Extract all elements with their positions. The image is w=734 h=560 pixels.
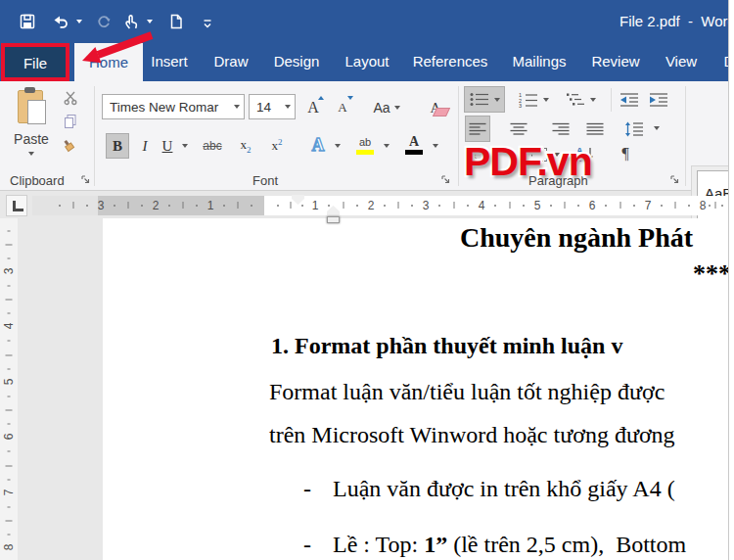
bullets-icon — [470, 92, 489, 107]
line-spacing-chevron-icon[interactable] — [654, 126, 660, 130]
left-tab-stop-icon — [13, 201, 23, 211]
clipboard-group-label: Clipboard — [10, 173, 65, 188]
multilevel-list-icon — [567, 92, 586, 107]
italic-button[interactable]: I — [135, 133, 155, 159]
font-size-value: 14 — [256, 100, 285, 115]
font-color-chevron-icon[interactable] — [433, 144, 438, 148]
superscript-button[interactable]: x2 — [264, 133, 290, 159]
line-spacing-icon — [624, 121, 644, 137]
numbering-chevron-icon — [543, 98, 549, 102]
undo-dropdown-chevron-icon[interactable] — [76, 20, 82, 23]
cut-button[interactable] — [61, 88, 80, 108]
change-case-chevron-icon — [394, 106, 400, 110]
bullets-chevron-icon — [494, 98, 500, 102]
svg-text:3: 3 — [519, 103, 522, 108]
tab-view[interactable]: View — [665, 53, 697, 70]
cut-scissors-icon — [63, 90, 78, 106]
underline-chevron-icon[interactable] — [182, 144, 188, 148]
tab-design[interactable]: Design — [274, 53, 320, 70]
horizontal-ruler[interactable]: 32112345678 — [0, 196, 728, 215]
font-color-button[interactable]: A — [401, 131, 427, 159]
tab-stop-selector[interactable] — [6, 195, 27, 216]
font-size-chevron-icon — [285, 105, 291, 109]
grow-font-icon: A — [307, 99, 319, 117]
group-separator — [94, 86, 95, 186]
window-title: File 2.pdf - Word — [619, 13, 734, 29]
window-right-edge — [728, 0, 734, 560]
copy-button[interactable] — [61, 112, 80, 131]
clipboard-dialog-launcher[interactable] — [80, 174, 92, 186]
touch-mode-dropdown-chevron-icon[interactable] — [147, 20, 153, 23]
bullets-button[interactable] — [464, 86, 505, 113]
vertical-ruler[interactable]: 345678 — [0, 218, 18, 560]
left-indent-marker[interactable] — [327, 216, 340, 223]
multilevel-list-button[interactable] — [560, 86, 603, 113]
paste-clipboard-icon — [17, 87, 46, 126]
align-right-icon — [552, 122, 570, 136]
eraser-icon — [433, 108, 450, 117]
paragraph-dialog-launcher[interactable] — [669, 174, 681, 186]
strikethrough-button[interactable]: abc — [198, 133, 227, 159]
text-effects-chevron-icon[interactable] — [335, 144, 341, 148]
tab-layout[interactable]: Layout — [344, 53, 389, 70]
underline-button[interactable]: U — [157, 133, 178, 159]
numbering-icon: 1 2 3 — [519, 92, 538, 108]
justify-icon — [586, 122, 604, 136]
underline-icon: U — [162, 138, 173, 155]
subscript-button[interactable]: x2 — [233, 133, 258, 159]
line-spacing-button[interactable] — [620, 116, 648, 142]
text-effects-icon: A — [312, 135, 325, 156]
show-hide-button[interactable]: ¶ — [615, 142, 636, 165]
font-group-label: Font — [252, 173, 278, 188]
document-page[interactable]: Chuyên ngành Phát *** 1. Format phần thu… — [103, 218, 728, 560]
format-painter-button[interactable] — [59, 136, 80, 158]
change-case-button[interactable]: Aa — [366, 96, 407, 119]
font-color-icon: A — [409, 135, 419, 149]
align-left-icon — [469, 122, 486, 136]
grow-font-button[interactable]: A — [301, 96, 325, 119]
align-left-button[interactable] — [465, 116, 490, 142]
doc-stars: *** — [693, 260, 728, 289]
font-name-combo[interactable]: Times New Romar — [102, 94, 245, 119]
group-separator — [458, 86, 459, 186]
highlight-icon: ab — [359, 136, 371, 148]
font-size-combo[interactable]: 14 — [249, 94, 296, 119]
subscript-icon: x2 — [241, 137, 252, 155]
align-right-button[interactable] — [548, 116, 573, 142]
shrink-font-icon: A — [338, 100, 346, 116]
save-icon — [19, 13, 36, 30]
numbering-button[interactable]: 1 2 3 — [513, 86, 554, 113]
doc-paragraph-line1: Format luận văn/tiểu luận tốt nghiệp đượ… — [269, 379, 665, 404]
tab-review[interactable]: Review — [591, 53, 639, 70]
doc-heading: 1. Format phần thuyết minh luận v — [271, 333, 622, 358]
customize-quick-access-icon — [199, 14, 216, 31]
shrink-font-button[interactable]: A — [331, 96, 354, 119]
clear-formatting-button[interactable]: A — [423, 96, 448, 119]
paste-dropdown-chevron-icon — [28, 152, 34, 156]
font-dialog-launcher[interactable] — [440, 174, 452, 186]
pdfvn-watermark: PDF.vn — [464, 139, 592, 185]
save-button[interactable] — [16, 10, 39, 33]
increase-indent-icon — [649, 92, 668, 108]
decrease-indent-button[interactable] — [618, 88, 641, 112]
align-center-button[interactable] — [506, 116, 531, 142]
customize-quick-access-button[interactable] — [196, 11, 219, 34]
ribbon: Paste — [0, 81, 728, 191]
highlight-chevron-icon[interactable] — [384, 144, 390, 148]
format-painter-brush-icon — [61, 138, 78, 156]
increase-indent-button[interactable] — [647, 88, 670, 112]
decrease-indent-icon — [619, 92, 639, 108]
new-document-button[interactable] — [164, 10, 188, 33]
group-separator — [685, 86, 686, 186]
paste-button[interactable]: Paste — [8, 84, 55, 163]
justify-button[interactable] — [582, 116, 608, 142]
tab-draw[interactable]: Draw — [213, 53, 248, 70]
multilevel-list-chevron-icon — [590, 98, 596, 102]
bold-button[interactable]: B — [106, 133, 129, 159]
align-center-icon — [510, 122, 528, 136]
text-effects-button[interactable]: A — [303, 131, 333, 159]
tab-references[interactable]: References — [413, 53, 488, 70]
highlight-button[interactable]: ab — [352, 131, 378, 159]
annotation-arrow — [39, 27, 166, 71]
tab-mailings[interactable]: Mailings — [512, 53, 566, 70]
